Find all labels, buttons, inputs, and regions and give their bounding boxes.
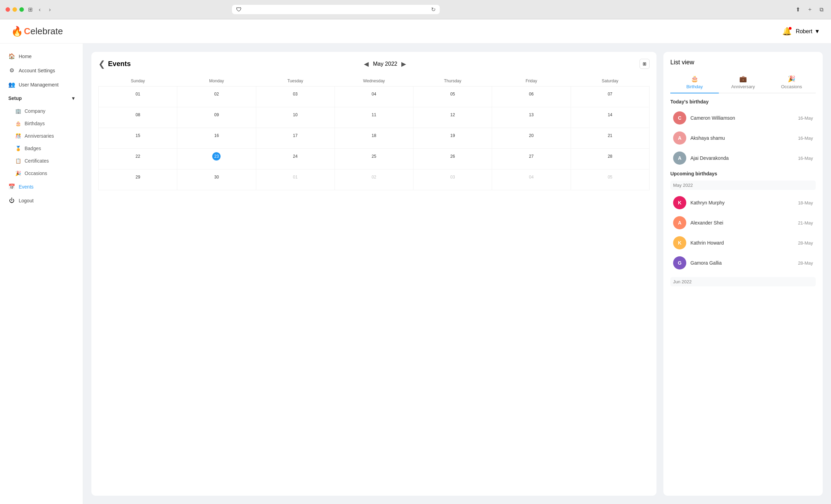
- sidebar-item-user-management-label: User Management: [19, 82, 59, 88]
- sidebar-item-home[interactable]: 🏠 Home: [0, 49, 83, 63]
- calendar-day[interactable]: 03: [413, 169, 492, 190]
- sidebar-item-birthdays-label: Birthdays: [25, 121, 45, 126]
- reload-icon[interactable]: ↻: [431, 6, 436, 13]
- sidebar-toggle-button[interactable]: ⊞: [28, 6, 33, 13]
- next-month-button[interactable]: ▶: [401, 60, 406, 68]
- calendar-day[interactable]: 22: [99, 149, 177, 169]
- events-icon: 📅: [8, 183, 15, 190]
- back-browser-button[interactable]: ‹: [37, 6, 43, 13]
- sidebar-item-birthdays[interactable]: 🎂 Birthdays: [0, 117, 83, 130]
- window-button[interactable]: ⧉: [817, 5, 825, 14]
- url-input[interactable]: [244, 7, 428, 12]
- sidebar-item-certificates[interactable]: 📋 Certificates: [0, 155, 83, 167]
- calendar-day[interactable]: 15: [99, 128, 177, 149]
- calendar-day[interactable]: 27: [492, 149, 571, 169]
- sidebar-item-occasions[interactable]: 🎉 Occasions: [0, 167, 83, 180]
- list-item[interactable]: GGamora Gallia28-May: [670, 253, 816, 273]
- calendar-day[interactable]: 24: [256, 149, 334, 169]
- sidebar-item-company-label: Company: [25, 108, 45, 114]
- notification-button[interactable]: 🔔: [782, 27, 792, 36]
- calendar-day[interactable]: 10: [256, 107, 334, 128]
- calendar-grid: Sunday Monday Tuesday Wednesday Thursday…: [98, 76, 650, 190]
- company-icon: 🏢: [15, 108, 21, 114]
- calendar-day[interactable]: 29: [99, 169, 177, 190]
- new-tab-button[interactable]: ＋: [805, 5, 815, 14]
- user-name: Robert: [796, 28, 812, 35]
- occasions-tab-icon: 🎉: [788, 75, 795, 83]
- calendar-day[interactable]: 04: [492, 169, 571, 190]
- minimize-traffic-light[interactable]: [12, 7, 17, 12]
- calendar-day[interactable]: 03: [256, 86, 334, 107]
- calendar-day[interactable]: 13: [492, 107, 571, 128]
- calendar-day[interactable]: 17: [256, 128, 334, 149]
- calendar-day[interactable]: 01: [256, 169, 334, 190]
- jun-month-label: Jun 2022: [670, 277, 816, 286]
- calendar-day[interactable]: 18: [334, 128, 413, 149]
- tab-anniversary[interactable]: 💼 Anniversary: [719, 72, 767, 93]
- person-date: 16-May: [798, 116, 813, 121]
- calendar-day[interactable]: 19: [413, 128, 492, 149]
- calendar-day[interactable]: 02: [334, 169, 413, 190]
- maximize-traffic-light[interactable]: [19, 7, 24, 12]
- address-bar: 🛡 ↻: [232, 5, 440, 14]
- calendar-day[interactable]: 01: [99, 86, 177, 107]
- calendar-day[interactable]: 21: [571, 128, 649, 149]
- sidebar-item-badges[interactable]: 🏅 Badges: [0, 142, 83, 155]
- list-item[interactable]: KKathrin Howard28-May: [670, 233, 816, 253]
- calendar-day[interactable]: 05: [413, 86, 492, 107]
- list-item[interactable]: AAlexander Shei21-May: [670, 213, 816, 233]
- app-wrapper: 🔥 Celebrate 🔔 Robert ▼ 🏠 Home ⚙ Account …: [0, 19, 831, 504]
- col-tuesday: Tuesday: [256, 76, 334, 86]
- calendar-day[interactable]: 20: [492, 128, 571, 149]
- avatar: K: [673, 236, 686, 249]
- sidebar-item-anniversaries[interactable]: 🎊 Anniversaries: [0, 130, 83, 142]
- user-menu[interactable]: Robert ▼: [796, 28, 820, 35]
- person-date: 28-May: [798, 240, 813, 246]
- forward-browser-button[interactable]: ›: [47, 6, 53, 13]
- tab-occasions[interactable]: 🎉 Occasions: [767, 72, 816, 93]
- sidebar: 🏠 Home ⚙ Account Settings 👥 User Managem…: [0, 44, 83, 504]
- sidebar-item-events[interactable]: 📅 Events: [0, 180, 83, 194]
- sidebar-item-events-label: Events: [19, 184, 34, 190]
- prev-month-button[interactable]: ◀: [364, 60, 369, 68]
- calendar-day[interactable]: 06: [492, 86, 571, 107]
- tab-birthday[interactable]: 🎂 Birthday: [670, 72, 719, 93]
- calendar-day[interactable]: 07: [571, 86, 649, 107]
- calendar-day[interactable]: 16: [177, 128, 256, 149]
- sidebar-item-user-management[interactable]: 👥 User Management: [0, 77, 83, 92]
- calendar-day[interactable]: 09: [177, 107, 256, 128]
- list-view-title: List view: [670, 59, 816, 66]
- calendar-day[interactable]: 26: [413, 149, 492, 169]
- calendar-day[interactable]: 05: [571, 169, 649, 190]
- close-traffic-light[interactable]: [6, 7, 10, 12]
- calendar-day[interactable]: 28: [571, 149, 649, 169]
- chevron-down-setup-icon: ▾: [72, 95, 74, 101]
- list-item[interactable]: KKathryn Murphy18-May: [670, 193, 816, 213]
- calendar-day[interactable]: 23: [177, 149, 256, 169]
- calendar-day[interactable]: 02: [177, 86, 256, 107]
- anniversary-tab-label: Anniversary: [731, 84, 755, 89]
- calendar-day[interactable]: 14: [571, 107, 649, 128]
- setup-section-header[interactable]: Setup ▾: [0, 92, 83, 105]
- calendar-view-toggle[interactable]: ⊞: [640, 59, 650, 69]
- person-name: Alexander Shei: [690, 220, 798, 226]
- sidebar-item-account-settings[interactable]: ⚙ Account Settings: [0, 63, 83, 77]
- calendar-navigation: ◀ May 2022 ▶: [364, 60, 406, 68]
- list-item[interactable]: AAjai Devarakonda16-May: [670, 148, 816, 168]
- share-button[interactable]: ⬆: [794, 5, 802, 14]
- list-item[interactable]: CCameron Williamson16-May: [670, 108, 816, 128]
- sidebar-item-logout[interactable]: ⏻ Logout: [0, 194, 83, 208]
- person-date: 16-May: [798, 156, 813, 161]
- certificates-icon: 📋: [15, 158, 21, 164]
- calendar-day[interactable]: 08: [99, 107, 177, 128]
- list-item[interactable]: AAkshaya shamu16-May: [670, 128, 816, 148]
- browser-actions: ⬆ ＋ ⧉: [794, 5, 825, 14]
- person-name: Cameron Williamson: [690, 115, 798, 121]
- calendar-day[interactable]: 30: [177, 169, 256, 190]
- calendar-back-button[interactable]: ❮: [98, 59, 105, 69]
- calendar-day[interactable]: 11: [334, 107, 413, 128]
- calendar-day[interactable]: 25: [334, 149, 413, 169]
- calendar-day[interactable]: 12: [413, 107, 492, 128]
- sidebar-item-company[interactable]: 🏢 Company: [0, 105, 83, 117]
- calendar-day[interactable]: 04: [334, 86, 413, 107]
